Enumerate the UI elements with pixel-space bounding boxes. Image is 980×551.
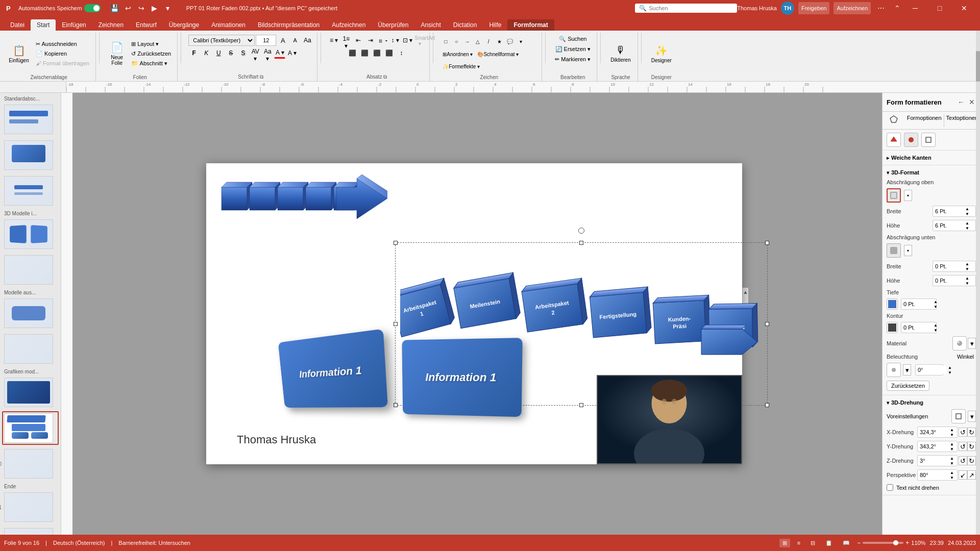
absch-unten-preset-1[interactable] bbox=[887, 243, 901, 258]
sel-handle-bl[interactable] bbox=[394, 403, 398, 407]
star-shape[interactable]: ★ bbox=[494, 37, 504, 46]
presenter-view-btn[interactable]: 📋 bbox=[822, 539, 836, 547]
slide-item-6[interactable]: 6 bbox=[2, 296, 59, 330]
tab-übergänge[interactable]: Übergänge bbox=[163, 19, 205, 31]
tab-formformat[interactable]: Formformat bbox=[507, 19, 554, 31]
spacing-button[interactable]: AV ▾ bbox=[250, 47, 261, 59]
designer-button[interactable]: ✨ Designer bbox=[649, 43, 674, 65]
presentation-button[interactable]: ▶ bbox=[149, 2, 161, 14]
arrow-shape[interactable]: → bbox=[462, 37, 472, 46]
slide-item-4[interactable]: 4 bbox=[2, 217, 59, 251]
tab-animationen[interactable]: Animationen bbox=[205, 19, 252, 31]
winkel-down[interactable]: ▼ bbox=[946, 370, 953, 375]
hoehe-unten-down[interactable]: ▼ bbox=[964, 281, 971, 286]
tab-hilfe[interactable]: Hilfe bbox=[483, 19, 507, 31]
winkel-up[interactable]: ▲ bbox=[946, 365, 953, 370]
tab-überprüfen[interactable]: Überprüfen bbox=[372, 19, 414, 31]
suchen-button[interactable]: 🔍 Suchen bbox=[557, 35, 589, 43]
italic-button[interactable]: K bbox=[201, 47, 212, 59]
tab-datei[interactable]: Datei bbox=[4, 19, 31, 31]
circle-shape[interactable]: ○ bbox=[451, 37, 461, 46]
breite-oben-up[interactable]: ▲ bbox=[964, 206, 971, 211]
z-drehung-down[interactable]: ▼ bbox=[948, 461, 955, 466]
zurücksetzen-button[interactable]: ↺ Zurücksetzen bbox=[129, 49, 173, 58]
y-drehung-input[interactable]: ▲ ▼ bbox=[917, 441, 958, 452]
kontur-color-btn[interactable] bbox=[887, 322, 898, 333]
top-arrow-shape[interactable] bbox=[214, 174, 387, 223]
absch-oben-dropdown[interactable]: ▾ bbox=[904, 190, 912, 201]
search-box[interactable]: 🔍 bbox=[635, 4, 737, 13]
beleuchtung-btn[interactable] bbox=[887, 363, 901, 377]
diktieren-button[interactable]: 🎙 Diktieren bbox=[608, 43, 633, 64]
sel-handle-mr[interactable] bbox=[765, 322, 769, 326]
ausschneiden-button[interactable]: ✂ Ausschneiden bbox=[34, 40, 91, 48]
z-drehung-input[interactable]: ▲ ▼ bbox=[917, 455, 958, 466]
tab-zeichnen[interactable]: Zeichnen bbox=[92, 19, 130, 31]
ribbon-collapse-icon[interactable]: ⌃ bbox=[891, 2, 903, 14]
y-drehung-field[interactable] bbox=[918, 442, 948, 450]
search-input[interactable] bbox=[649, 5, 720, 11]
y-drehung-down[interactable]: ▼ bbox=[948, 446, 955, 452]
color-button[interactable]: A ▾ bbox=[274, 47, 285, 59]
z-right-rotate-btn[interactable]: ↻ bbox=[967, 456, 976, 465]
more-button[interactable]: ▾ bbox=[162, 2, 174, 14]
info-block-1[interactable]: Information 1 bbox=[278, 329, 388, 408]
align-left-button[interactable]: ⬛ bbox=[347, 47, 358, 59]
more-options-icon[interactable]: ⋯ bbox=[875, 2, 887, 14]
persp-increase-btn[interactable]: ↗ bbox=[967, 470, 976, 480]
breite-unten-field[interactable] bbox=[933, 262, 964, 270]
layout-button[interactable]: ⊞ Layout ▾ bbox=[129, 40, 173, 48]
einfügen-button[interactable]: 📋 Einfügen bbox=[6, 43, 32, 65]
ersetzen-button[interactable]: 🔄 Ersetzen ▾ bbox=[553, 45, 593, 54]
tab-formoptionen-text[interactable]: Formoptionen bbox=[905, 112, 944, 129]
effects-icon[interactable] bbox=[904, 133, 918, 147]
slide-item-11[interactable]: 11 bbox=[2, 490, 59, 524]
breite-unten-down[interactable]: ▼ bbox=[964, 266, 971, 271]
breite-oben-input[interactable]: ▲ ▼ bbox=[933, 206, 976, 217]
material-dropdown[interactable]: ▾ bbox=[968, 338, 976, 349]
slide-item-7[interactable]: 7 bbox=[2, 332, 59, 366]
clear-format-button[interactable]: Aa bbox=[302, 35, 313, 46]
neue-folie-button[interactable]: 📄 NeueFolie bbox=[107, 40, 127, 67]
perspektive-field[interactable] bbox=[918, 471, 948, 479]
x-right-rotate-btn[interactable]: ↻ bbox=[967, 428, 976, 437]
slide-item-10[interactable]: 10 bbox=[2, 447, 59, 481]
material-btn[interactable] bbox=[952, 336, 967, 350]
slide-item-5[interactable]: 5 bbox=[2, 253, 59, 287]
panel-close-icon[interactable]: ✕ bbox=[968, 97, 976, 107]
accessibility-label[interactable]: Barrierefreiheit: Untersuchen bbox=[118, 540, 190, 546]
slides-view-btn[interactable]: ⊟ bbox=[807, 539, 818, 547]
smartart-button[interactable]: SmartArt ▾ bbox=[414, 35, 425, 46]
y-right-rotate-btn[interactable]: ↻ bbox=[967, 442, 976, 451]
zoom-slider[interactable] bbox=[863, 542, 903, 544]
tab-ansicht[interactable]: Ansicht bbox=[414, 19, 447, 31]
fill-line-icon[interactable] bbox=[887, 133, 901, 147]
zoom-level[interactable]: 110% bbox=[911, 540, 925, 546]
breite-oben-down[interactable]: ▼ bbox=[964, 211, 971, 216]
panel-back-icon[interactable]: ← bbox=[957, 97, 966, 107]
text-direction-button[interactable]: ↕ ▾ bbox=[389, 35, 401, 46]
voreinstellungen-btn[interactable] bbox=[951, 409, 966, 423]
x-left-rotate-btn[interactable]: ↺ bbox=[959, 428, 967, 437]
hoehe-oben-up[interactable]: ▲ bbox=[964, 220, 971, 226]
font-family-select[interactable]: Calibri (Textkörper) bbox=[188, 35, 255, 46]
kopieren-button[interactable]: 📄 Kopieren bbox=[34, 49, 91, 58]
format3d-header[interactable]: ▾ 3D-Format bbox=[883, 167, 980, 178]
autosave-toggle[interactable]: Automatisches Speichern bbox=[18, 4, 101, 12]
abschnitt-button[interactable]: 📁 Abschnitt ▾ bbox=[129, 59, 173, 68]
tiefe-color-btn[interactable] bbox=[887, 298, 898, 310]
normal-view-btn[interactable]: ⊞ bbox=[779, 539, 790, 547]
z-drehung-up[interactable]: ▲ bbox=[948, 456, 955, 461]
tiefe-input[interactable]: ▲ ▼ bbox=[901, 298, 937, 310]
hoehe-unten-field[interactable] bbox=[933, 277, 964, 285]
tiefe-field[interactable] bbox=[901, 300, 932, 308]
sel-handle-ml[interactable] bbox=[394, 322, 398, 326]
perspektive-up[interactable]: ▲ bbox=[948, 470, 955, 475]
x-drehung-up[interactable]: ▲ bbox=[948, 427, 955, 432]
sel-handle-tl[interactable] bbox=[394, 241, 398, 245]
tab-bildschirm[interactable]: Bildschirmpräsentation bbox=[252, 19, 326, 31]
schnellformat-button[interactable]: 🎨Schnellformat ▾ bbox=[475, 51, 521, 58]
tab-formoptionen[interactable] bbox=[883, 112, 905, 129]
hoehe-oben-field[interactable] bbox=[933, 221, 964, 230]
voreinstellungen-dropdown[interactable]: ▾ bbox=[968, 411, 976, 422]
